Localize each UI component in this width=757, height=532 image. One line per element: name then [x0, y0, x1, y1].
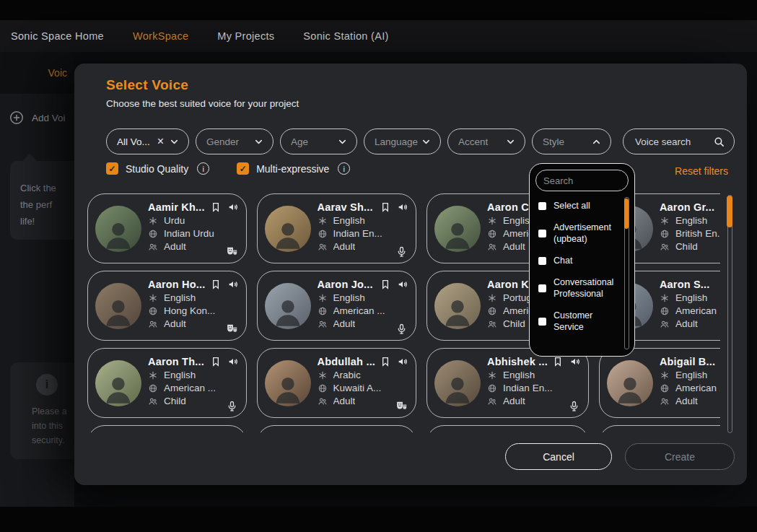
- voice-language: English: [675, 370, 707, 380]
- create-button[interactable]: Create: [625, 443, 735, 470]
- voice-card[interactable]: Abdullah ... Arabic Kuwaiti A... Adult: [257, 348, 417, 418]
- toggle-multi-expressive[interactable]: ✓ Multi-expressive i: [237, 162, 350, 175]
- voice-search-input[interactable]: [634, 136, 709, 148]
- person-silhouette-icon: [100, 293, 136, 329]
- nav-item-workspace[interactable]: WorkSpace: [133, 30, 188, 42]
- bookmark-icon[interactable]: [380, 201, 391, 213]
- globe-icon: [660, 383, 670, 393]
- language-icon: [148, 293, 158, 303]
- voice-accent: American ...: [675, 305, 720, 316]
- voice-card-partial[interactable]: [257, 425, 417, 432]
- toggle-label: Studio Quality: [126, 163, 188, 175]
- voice-card-body: [148, 430, 239, 432]
- play-sample-speaker-icon[interactable]: [397, 279, 408, 290]
- nav-item-sonic-space-home[interactable]: Sonic Space Home: [11, 30, 104, 42]
- voice-card[interactable]: Aaron Ho... English Hong Kon... Adult: [87, 271, 247, 341]
- voices-scrollbar[interactable]: [727, 195, 732, 433]
- info-icon: i: [36, 374, 58, 396]
- clear-filter-icon[interactable]: ×: [157, 136, 164, 147]
- age-people-icon: [660, 319, 670, 329]
- nav-item-sonic-station-ai-[interactable]: Sonic Station (AI): [303, 30, 388, 42]
- style-option-advertisement-upbeat-[interactable]: Advertisement (upbeat): [538, 222, 617, 245]
- toggle-studio-quality[interactable]: ✓ Studio Quality i: [106, 162, 209, 175]
- avatar: [95, 283, 141, 329]
- filter-row: All Vo... × Gender Age Language Accent S…: [106, 128, 735, 154]
- sidebar-info-box: i Please a into this security.: [10, 362, 82, 459]
- voice-language: English: [333, 215, 365, 226]
- voice-language: English: [164, 292, 196, 303]
- info-icon[interactable]: i: [197, 162, 209, 175]
- voice-accent: Kuwaiti A...: [333, 383, 382, 393]
- voice-language: English: [503, 370, 535, 380]
- filter-pill-language[interactable]: Language: [364, 128, 441, 154]
- age-people-icon: [148, 396, 158, 406]
- voice-card-partial[interactable]: [426, 425, 589, 432]
- person-silhouette-icon: [439, 216, 476, 252]
- nav-item-my-projects[interactable]: My Projects: [217, 30, 274, 42]
- filter-pill-style[interactable]: Style: [532, 128, 611, 154]
- voice-card-partial[interactable]: [599, 425, 720, 432]
- avatar: [95, 360, 141, 406]
- sidebar-tab-voices[interactable]: Voic: [48, 67, 67, 79]
- filter-pill-allvo[interactable]: All Vo... ×: [106, 128, 189, 154]
- bookmark-icon[interactable]: [552, 356, 564, 367]
- option-label: Customer Service: [553, 310, 617, 333]
- voice-card[interactable]: Aaron Th... English American ... Child: [87, 348, 247, 418]
- style-option-conversational-professional[interactable]: Conversational Professional: [538, 276, 617, 300]
- tooltip-line: Click the: [20, 180, 78, 196]
- avatar: [434, 360, 481, 406]
- style-option-chat[interactable]: Chat: [538, 255, 617, 266]
- voice-card-body: Aaron S... English American ... Adult: [660, 276, 720, 329]
- voice-card[interactable]: Aaron Jo... English American ... Adult: [257, 271, 417, 341]
- bookmark-icon[interactable]: [719, 279, 720, 290]
- bookmark-icon[interactable]: [210, 279, 222, 290]
- play-sample-speaker-icon[interactable]: [227, 201, 239, 213]
- bookmark-icon[interactable]: [210, 201, 222, 213]
- search-icon[interactable]: [713, 136, 725, 148]
- option-label: Select all: [553, 200, 590, 212]
- checked-checkbox-icon[interactable]: ✓: [237, 162, 249, 175]
- person-silhouette-icon: [439, 293, 476, 329]
- bookmark-icon[interactable]: [210, 356, 222, 367]
- voices-scrollbar-thumb[interactable]: [727, 196, 732, 227]
- play-sample-speaker-icon[interactable]: [227, 279, 239, 290]
- filter-pill-label: Age: [291, 136, 337, 147]
- info-icon[interactable]: i: [338, 162, 350, 175]
- reset-filters-link[interactable]: Reset filters: [675, 165, 728, 177]
- voice-name: Aaron Jo...: [318, 279, 373, 290]
- voice-language: Urdu: [164, 215, 185, 226]
- style-option-customer-service[interactable]: Customer Service: [538, 310, 617, 333]
- style-dropdown-scrollbar[interactable]: [624, 197, 629, 349]
- voice-card[interactable]: Abhishek ... English Indian En... Adult: [426, 348, 589, 418]
- add-voice-button[interactable]: Add Voi: [0, 94, 74, 126]
- play-sample-speaker-icon[interactable]: [227, 356, 239, 367]
- bookmark-icon[interactable]: [719, 201, 720, 213]
- bookmark-icon[interactable]: [380, 279, 391, 290]
- bookmark-icon[interactable]: [380, 356, 391, 367]
- voice-search-field[interactable]: [623, 128, 735, 154]
- age-people-icon: [318, 319, 328, 329]
- sidebar-header: Voic: [0, 52, 74, 94]
- checked-checkbox-icon[interactable]: ✓: [106, 162, 118, 175]
- style-option-select-all[interactable]: Select all: [538, 200, 617, 212]
- language-icon: [487, 370, 497, 380]
- play-sample-speaker-icon[interactable]: [397, 201, 408, 213]
- play-sample-speaker-icon[interactable]: [569, 356, 581, 367]
- cancel-button[interactable]: Cancel: [505, 443, 612, 470]
- voice-name: Abdullah ...: [318, 356, 376, 367]
- play-sample-speaker-icon[interactable]: [397, 356, 408, 367]
- bookmark-icon[interactable]: [719, 356, 720, 367]
- app-window: Sonic Space HomeWorkSpaceMy ProjectsSoni…: [0, 0, 757, 532]
- person-silhouette-icon: [612, 370, 648, 406]
- voice-card-partial[interactable]: [87, 425, 247, 432]
- style-search-input[interactable]: [535, 170, 629, 191]
- filter-pill-gender[interactable]: Gender: [196, 128, 274, 154]
- style-dropdown-scrollbar-thumb[interactable]: [624, 199, 629, 229]
- voices-sidebar: Voic Add Voi Click the the perf life! i …: [0, 52, 74, 507]
- voice-card[interactable]: Aamir Kh... Urdu Indian Urdu Adult: [87, 193, 247, 263]
- filter-pill-accent[interactable]: Accent: [447, 128, 525, 154]
- voice-card[interactable]: Abigail B... English American ... Adult: [599, 348, 720, 418]
- voice-card[interactable]: Aarav Sh... English Indian En... Adult: [257, 193, 417, 263]
- style-options-list: Select all Advertisement (upbeat) Chat C…: [535, 200, 629, 339]
- filter-pill-age[interactable]: Age: [280, 128, 357, 154]
